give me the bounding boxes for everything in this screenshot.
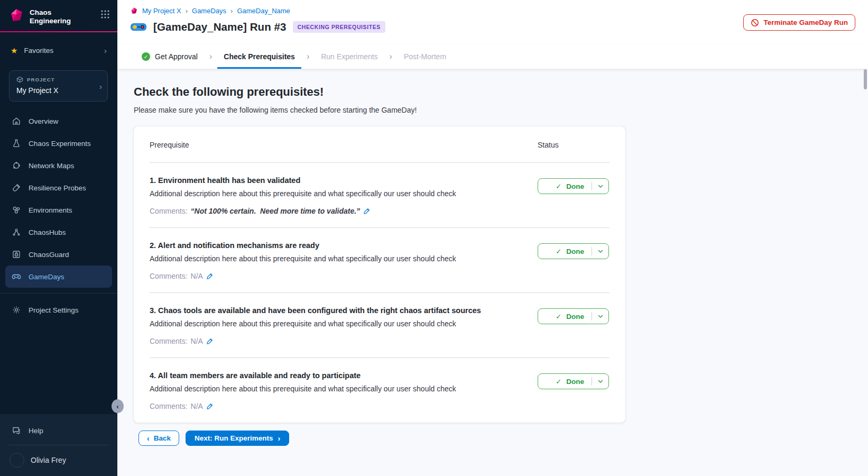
tab-check-prerequisites[interactable]: Check Prerequisites — [217, 44, 301, 69]
page-title: [GameDay_Name] Run #3 — [153, 21, 287, 33]
prerequisite-description: Additional description here about this p… — [150, 254, 538, 263]
page-header: My Project X › GameDays › GameDay_Name — [117, 0, 868, 44]
footer-actions: ‹ Back Next: Run Experiments › — [134, 431, 868, 446]
comments-label: Comments: — [150, 337, 188, 345]
sidebar-header: Chaos Engineering — [0, 0, 117, 30]
edit-comment-icon[interactable] — [206, 272, 214, 280]
next-button-label: Next: Run Experiments — [195, 434, 273, 442]
check-icon: ✓ — [538, 182, 561, 190]
table-row: 3. Chaos tools are available and have be… — [150, 293, 610, 345]
sidebar-collapse-button[interactable]: ‹ — [112, 399, 124, 413]
user-menu[interactable]: Olivia Frey — [0, 445, 117, 476]
back-button-label: Back — [154, 434, 171, 442]
hub-nodes-icon — [11, 227, 22, 237]
breadcrumb-chaos-icon — [130, 7, 138, 15]
check-icon: ✓ — [538, 248, 561, 255]
chevron-down-icon — [597, 314, 604, 318]
next-run-experiments-button[interactable]: Next: Run Experiments › — [186, 431, 289, 446]
edit-comment-icon[interactable] — [206, 402, 214, 410]
terminate-gameday-run-button[interactable]: Terminate GameDay Run — [743, 14, 855, 31]
button-divider — [592, 312, 592, 321]
project-selector[interactable]: PROJECT My Project X › — [9, 70, 108, 102]
table-header: Prerequisite Status — [150, 126, 610, 149]
column-header-status: Status — [538, 141, 559, 149]
tab-label: Check Prerequisites — [224, 52, 295, 61]
prerequisite-title: 4. All team members are available and re… — [150, 371, 538, 380]
chevron-left-icon: ‹ — [116, 402, 118, 410]
breadcrumb-gameday-name-link[interactable]: GameDay_Name — [237, 7, 290, 15]
sidebar-item-label: Chaos Experiments — [29, 140, 91, 148]
table-row: 1. Environment health has been validated… — [150, 163, 610, 215]
sidebar-item-chaos-experiments[interactable]: Chaos Experiments — [5, 132, 112, 154]
sidebar-item-chaoshubs[interactable]: ChaosHubs — [5, 221, 112, 243]
back-button[interactable]: ‹ Back — [138, 431, 179, 446]
content-area: Check the following prerequisites! Pleas… — [117, 69, 868, 476]
sidebar-item-gamedays[interactable]: GameDays — [5, 266, 112, 288]
network-map-icon — [11, 161, 22, 170]
sidebar-item-label: Overview — [29, 117, 58, 125]
main-area: My Project X › GameDays › GameDay_Name — [117, 0, 868, 476]
tab-post-mortem[interactable]: Post-Mortem — [398, 44, 453, 69]
prerequisite-title: 2. Alert and notification mechanisms are… — [150, 241, 538, 250]
column-header-prerequisite: Prerequisite — [150, 141, 538, 149]
project-label: PROJECT — [27, 77, 55, 83]
edit-comment-icon[interactable] — [206, 337, 214, 345]
chevron-right-icon: › — [99, 81, 102, 90]
chevron-right-icon: › — [206, 44, 215, 69]
comments-label: Comments: — [150, 207, 188, 215]
chevron-right-icon: › — [186, 7, 188, 15]
sidebar-bottom-section: Help Olivia Frey — [0, 414, 117, 476]
prerequisites-card: Prerequisite Status 1. Environment healt… — [134, 126, 625, 423]
status-done-dropdown[interactable]: ✓ Done — [538, 308, 609, 324]
brand-divider — [0, 31, 117, 32]
comments-label: Comments: — [150, 272, 188, 280]
sidebar-item-network-maps[interactable]: Network Maps — [5, 154, 112, 177]
status-label: Done — [566, 182, 584, 190]
flask-icon — [11, 139, 22, 148]
status-badge: CHECKING PREREQUISITES — [293, 21, 385, 33]
sidebar-item-label: Network Maps — [29, 162, 74, 170]
tab-label: Get Approval — [155, 52, 198, 61]
sidebar-menu: Overview Chaos Experiments Network Ma — [0, 110, 117, 288]
sidebar-item-help[interactable]: Help — [5, 419, 112, 442]
tab-label: Post-Mortem — [404, 52, 446, 61]
sidebar-item-resilience-probes[interactable]: Resilience Probes — [5, 177, 112, 199]
vertical-scrollbar[interactable] — [864, 69, 867, 89]
sidebar-item-label: Help — [29, 427, 43, 435]
sidebar-item-label: Environments — [29, 206, 72, 214]
prerequisite-description: Additional description here about this p… — [150, 385, 538, 393]
project-name: My Project X — [16, 86, 94, 95]
sidebar-item-overview[interactable]: Overview — [5, 110, 112, 132]
tab-get-approval[interactable]: ✓ Get Approval — [135, 44, 204, 69]
comment-text: N/A — [191, 337, 203, 345]
status-done-dropdown[interactable]: ✓ Done — [538, 178, 609, 194]
edit-comment-icon[interactable] — [363, 207, 371, 215]
sidebar-item-project-settings[interactable]: Project Settings — [5, 299, 112, 321]
sidebar-item-favorites[interactable]: ★ Favorites › — [0, 44, 117, 57]
tab-label: Run Experiments — [321, 52, 377, 61]
chevron-right-icon: › — [278, 434, 281, 443]
status-done-dropdown[interactable]: ✓ Done — [538, 243, 609, 259]
comment-text: “Not 100% certain. Need more time to val… — [191, 207, 361, 215]
table-row: 4. All team members are available and re… — [150, 358, 610, 410]
module-grid-icon[interactable] — [100, 7, 110, 19]
chevron-right-icon: › — [386, 44, 395, 69]
prerequisite-description: Additional description here about this p… — [150, 319, 538, 328]
app-window: Chaos Engineering ★ Favorites › — [0, 0, 868, 476]
breadcrumb-gamedays-link[interactable]: GameDays — [192, 7, 226, 15]
sidebar-item-environments[interactable]: Environments — [5, 199, 112, 221]
prerequisite-title: 1. Environment health has been validated — [150, 176, 538, 185]
stepper-tabs: ✓ Get Approval › Check Prerequisites › R… — [117, 44, 868, 69]
avatar — [10, 453, 24, 468]
sidebar-item-label: ChaosHubs — [29, 228, 66, 236]
tab-run-experiments[interactable]: Run Experiments — [315, 44, 384, 69]
gear-icon — [11, 305, 22, 315]
chevron-down-icon — [597, 379, 604, 383]
breadcrumb-project-link[interactable]: My Project X — [142, 7, 181, 15]
sidebar-item-chaosguard[interactable]: ChaosGuard — [5, 243, 112, 266]
gamepad-title-icon — [130, 21, 147, 33]
gamepad-icon — [11, 272, 22, 281]
status-done-dropdown[interactable]: ✓ Done — [538, 373, 609, 389]
button-divider — [592, 377, 592, 386]
prohibited-icon — [751, 19, 759, 27]
